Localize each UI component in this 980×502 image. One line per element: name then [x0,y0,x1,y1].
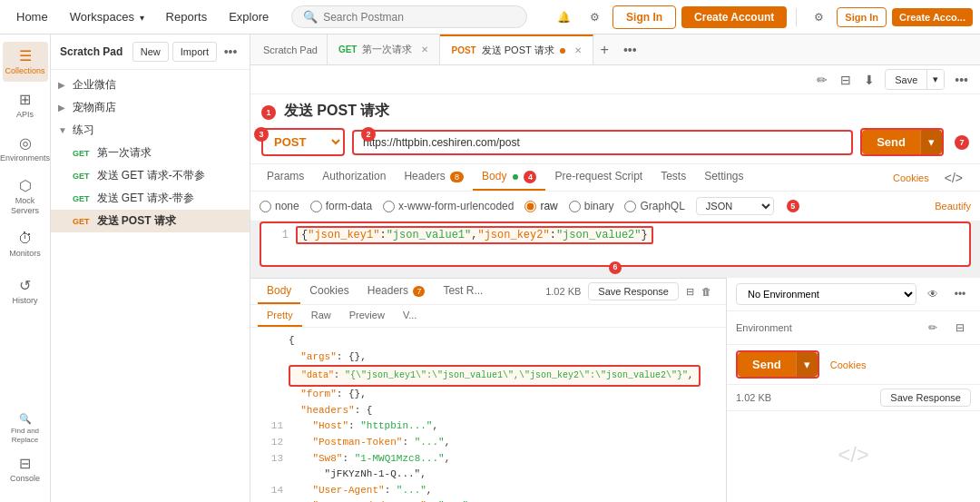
new-button[interactable]: New [132,42,169,62]
radio-urlencoded[interactable]: x-www-form-urlencoded [383,200,514,212]
more-tabs-icon[interactable]: ••• [616,43,644,57]
req-tab-prerequest[interactable]: Pre-request Script [545,164,652,191]
right-copy-icon[interactable]: ⊟ [949,317,971,339]
console-btn[interactable]: ⊟ Console [3,449,48,489]
search-input[interactable] [323,11,515,24]
tree-item-get-no-param[interactable]: GET 发送 GET 请求-不带参 [51,164,250,187]
request-title: 1 发送 POST 请求 [261,102,969,121]
res-line-15: 15 "X-Forwarded-Ho...": "..." [261,498,715,502]
create-account-button[interactable]: Create Account [681,6,787,28]
req-tab-tests[interactable]: Tests [652,164,695,191]
beautify-button[interactable]: Beautify [935,201,971,212]
save-response-button[interactable]: Save Response [588,282,679,300]
res-tab-cookies[interactable]: Cookies [300,279,358,304]
env-eye-icon[interactable]: 👁 [922,283,944,305]
nav-home[interactable]: Home [7,6,57,27]
req-tab-auth[interactable]: Authorization [313,164,395,191]
nav-divider [796,8,797,26]
edit-icon[interactable]: ✏ [814,70,830,90]
more-options-btn[interactable]: ••• [952,70,971,90]
res-subtab-raw[interactable]: Raw [302,305,340,327]
tree-item-petstore[interactable]: ▶ 宠物商店 [51,96,250,119]
res-subtab-preview[interactable]: Preview [340,305,394,327]
notification-icon[interactable]: 🔔 [551,5,576,30]
req-tab-body[interactable]: Body 4 [473,164,545,191]
res-tab-headers[interactable]: Headers 7 [358,279,435,304]
tree-item-post-req[interactable]: GET 发送 POST 请求 [51,210,250,232]
right-cookies-button[interactable]: Cookies [825,356,872,374]
right-send-button[interactable]: Send [738,352,796,377]
method-select[interactable]: POST GET PUT DELETE [261,128,345,156]
nav-right-actions: 🔔 ⚙ Sign In Create Account ⚙ Sign In Cre… [551,5,973,30]
sidebar-item-monitors[interactable]: ⏱ Monitors [3,225,48,264]
res-subtab-visualize[interactable]: V... [394,305,426,327]
add-tab-button[interactable]: + [593,42,616,58]
nav-reports[interactable]: Reports [157,6,217,27]
send-button[interactable]: Send [862,130,920,154]
url-input[interactable] [352,130,853,155]
tab-close-icon[interactable]: ✕ [421,44,428,54]
copy-icon[interactable]: ⊟ [838,70,854,90]
find-replace-btn[interactable]: 🔍 Find andReplace [3,408,48,449]
tab-get-first[interactable]: GET 第一次请求 ✕ [328,34,441,65]
save-button[interactable]: Save [886,71,926,89]
console-icon: ⊟ [19,455,31,472]
tab-close-icon-post[interactable]: ✕ [574,45,582,55]
code-icon[interactable]: </> [942,168,965,188]
res-subtab-pretty[interactable]: Pretty [258,305,302,327]
find-replace-icon: 🔍 [19,413,32,425]
sidebar-item-mock-servers[interactable]: ⬡ Mock Servers [3,172,48,221]
settings-icon[interactable]: ⚙ [582,5,607,30]
more-options-icon[interactable]: ••• [220,42,240,62]
create-account-button-2[interactable]: Create Acco... [892,8,973,26]
search-bar: 🔍 [291,5,527,28]
environment-select[interactable]: No Environment [736,283,916,305]
right-response-info: 1.02 KB Save Response [727,385,980,411]
sidebar-item-collections[interactable]: ☰ Collections [3,42,48,82]
sidebar-label-monitors: Monitors [9,249,41,259]
env-more-icon[interactable]: ••• [949,283,971,305]
radio-binary[interactable]: binary [569,200,614,212]
req-tab-params[interactable]: Params [258,164,313,191]
body-type-select[interactable]: JSON Text JavaScript HTML XML [696,197,774,215]
panel-actions: New Import ••• [132,42,240,62]
signin-button-2[interactable]: Sign In [837,7,887,27]
req-tab-settings[interactable]: Settings [695,164,752,191]
radio-none[interactable]: none [260,200,299,212]
response-subtabs: Pretty Raw Preview V... [250,305,726,328]
radio-raw[interactable]: raw [524,200,557,212]
right-send-dropdown[interactable]: ▾ [796,352,818,377]
radio-form-data[interactable]: form-data [310,200,372,212]
right-save-response[interactable]: Save Response [880,389,971,407]
right-edit-icon[interactable]: ✏ [922,317,944,339]
copy-response-icon[interactable]: ⊟ [686,286,694,298]
sidebar-item-apis[interactable]: ⊞ APIs [3,85,48,125]
tree-item-first-req[interactable]: GET 第一次请求 [51,142,250,164]
cookies-button[interactable]: Cookies [887,169,935,187]
tab-label-first: 第一次请求 [362,43,412,56]
send-dropdown[interactable]: ▾ [920,130,942,154]
tab-label-post: 发送 POST 请求 [482,44,554,57]
tree-item-practice[interactable]: ▼ 练习 [51,119,250,142]
req-tab-headers[interactable]: Headers 8 [395,164,473,191]
nav-workspaces[interactable]: Workspaces ▾ [61,6,153,27]
scratch-pad-title: Scratch Pad [60,45,132,58]
code-editor[interactable]: 1 {"json_key1":"json_value1","json_key2"… [260,221,971,267]
res-tab-body[interactable]: Body [258,279,300,304]
res-line-sw8-cont: "jFKYzNh-1-Q...", [261,467,715,483]
sidebar-item-history[interactable]: ↺ History [3,271,48,311]
radio-graphql[interactable]: GraphQL [624,200,684,212]
nav-explore[interactable]: Explore [220,6,278,27]
trash-icon[interactable]: 🗑 [701,286,711,297]
tree-item-get-param[interactable]: GET 发送 GET 请求-带参 [51,187,250,210]
save-dropdown-button[interactable]: ▾ [926,70,944,89]
settings-icon-2[interactable]: ⚙ [806,5,831,30]
signin-button[interactable]: Sign In [612,5,676,29]
res-tab-test[interactable]: Test R... [434,279,492,304]
sidebar-item-environments[interactable]: ◎ Environments [3,129,48,169]
import-button[interactable]: Import [172,42,217,62]
tree-item-weixin[interactable]: ▶ 企业微信 [51,74,250,96]
tab-post-active[interactable]: POST 发送 POST 请求 ✕ [440,34,593,65]
cookies-save-bar: ✏ ⊟ ⬇ Save ▾ ••• [250,65,980,94]
download-icon[interactable]: ⬇ [861,70,877,90]
